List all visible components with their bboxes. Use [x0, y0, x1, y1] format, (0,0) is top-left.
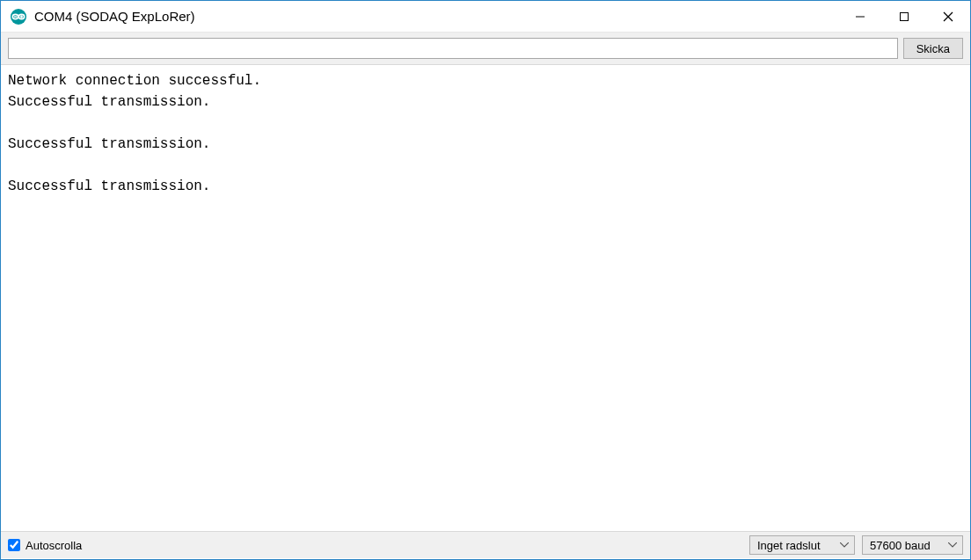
maximize-button[interactable] — [882, 1, 926, 32]
titlebar: COM4 (SODAQ ExpLoRer) — [1, 1, 970, 33]
command-input[interactable] — [8, 38, 898, 59]
svg-line-9 — [944, 12, 953, 21]
close-button[interactable] — [926, 1, 970, 32]
minimize-button[interactable] — [838, 1, 882, 32]
svg-rect-7 — [901, 12, 909, 20]
autoscroll-label: Autoscrolla — [26, 539, 82, 552]
input-row: Skicka — [1, 33, 970, 65]
window-controls — [838, 1, 970, 32]
send-button[interactable]: Skicka — [903, 38, 963, 59]
autoscroll-control[interactable]: Autoscrolla — [8, 539, 742, 552]
arduino-icon — [10, 8, 27, 25]
baud-rate-select[interactable]: 57600 baud — [862, 535, 963, 555]
window-title: COM4 (SODAQ ExpLoRer) — [34, 9, 838, 24]
line-ending-select[interactable]: Inget radslut — [749, 535, 855, 555]
autoscroll-checkbox[interactable] — [8, 539, 20, 551]
footer: Autoscrolla Inget radslut 57600 baud — [1, 532, 970, 558]
svg-line-8 — [944, 12, 953, 21]
serial-output[interactable]: Network connection successful. Successfu… — [1, 65, 970, 532]
